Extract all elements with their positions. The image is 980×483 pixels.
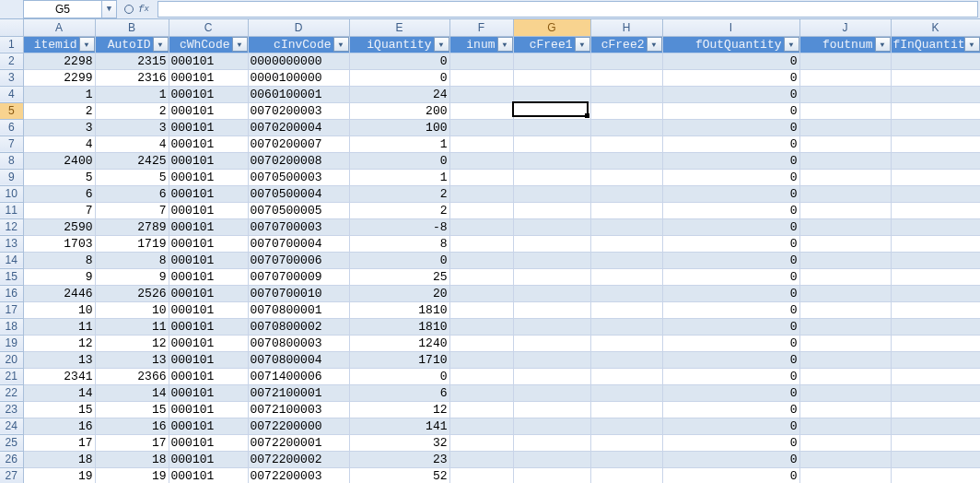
cell[interactable] xyxy=(449,467,513,483)
filter-dropdown-icon[interactable] xyxy=(497,37,513,52)
cell[interactable]: 2315 xyxy=(95,53,169,69)
cell[interactable] xyxy=(891,69,980,86)
cell[interactable]: 25 xyxy=(349,268,449,285)
cell[interactable] xyxy=(891,467,980,483)
row-header[interactable]: 20 xyxy=(0,351,23,368)
cell[interactable]: 24 xyxy=(349,86,449,102)
cell[interactable]: 1810 xyxy=(349,318,449,335)
cell[interactable]: 0 xyxy=(662,268,799,285)
cell[interactable]: 6 xyxy=(23,185,95,202)
formula-bar[interactable] xyxy=(158,1,978,18)
cell[interactable] xyxy=(449,252,513,268)
cell[interactable]: 2366 xyxy=(95,368,169,384)
cell[interactable]: 000101 xyxy=(169,252,248,268)
column-header-H[interactable]: H xyxy=(590,19,662,36)
cell[interactable] xyxy=(891,418,980,434)
cell[interactable]: 000101 xyxy=(169,467,248,483)
cell[interactable]: 000101 xyxy=(169,53,248,69)
cell[interactable] xyxy=(891,368,980,384)
cell[interactable] xyxy=(590,102,662,119)
cell[interactable] xyxy=(449,384,513,401)
cell[interactable]: 000101 xyxy=(169,86,248,102)
row-header[interactable]: 26 xyxy=(0,451,23,467)
cell[interactable] xyxy=(799,218,891,235)
cell[interactable]: 000101 xyxy=(169,418,248,434)
cell[interactable]: 000101 xyxy=(169,335,248,351)
cell[interactable]: 0 xyxy=(662,401,799,418)
cell[interactable] xyxy=(799,102,891,119)
cell[interactable]: 4 xyxy=(95,135,169,152)
cell[interactable]: 0070200007 xyxy=(248,135,349,152)
column-header-E[interactable]: E xyxy=(349,19,449,36)
row-header[interactable]: 22 xyxy=(0,384,23,401)
cell[interactable]: 0 xyxy=(662,384,799,401)
filter-header-cell[interactable]: cFree1 xyxy=(513,36,590,53)
filter-dropdown-icon[interactable] xyxy=(434,37,449,52)
cell[interactable] xyxy=(799,285,891,301)
fx-button[interactable]: fx xyxy=(134,1,154,18)
filter-header-cell[interactable]: cWhCode xyxy=(169,36,248,53)
row-header[interactable]: 8 xyxy=(0,152,23,169)
cell[interactable]: 0070200004 xyxy=(248,119,349,135)
row-header[interactable]: 13 xyxy=(0,235,23,252)
cell[interactable] xyxy=(799,467,891,483)
cell[interactable] xyxy=(449,301,513,318)
cell[interactable] xyxy=(513,218,590,235)
cell[interactable]: 0070700006 xyxy=(248,252,349,268)
row-header[interactable]: 19 xyxy=(0,335,23,351)
grid[interactable]: ABCDEFGHIJK 1itemidAutoIDcWhCodecInvCode… xyxy=(0,19,980,483)
cell[interactable] xyxy=(449,451,513,467)
cell[interactable]: 0 xyxy=(662,169,799,185)
cell[interactable]: 000101 xyxy=(169,351,248,368)
cell[interactable] xyxy=(891,351,980,368)
filter-header-cell[interactable]: cInvCode xyxy=(248,36,349,53)
cell[interactable]: 0070500003 xyxy=(248,169,349,185)
cell[interactable] xyxy=(799,235,891,252)
row-header[interactable]: 11 xyxy=(0,202,23,218)
cell[interactable]: 1810 xyxy=(349,301,449,318)
cell[interactable]: 1 xyxy=(23,86,95,102)
cell[interactable] xyxy=(513,318,590,335)
cell[interactable]: 000101 xyxy=(169,268,248,285)
filter-header-cell[interactable]: fInQuantity xyxy=(891,36,980,53)
cell[interactable]: 2299 xyxy=(23,69,95,86)
cell[interactable]: 1703 xyxy=(23,235,95,252)
cell[interactable]: 0 xyxy=(662,185,799,202)
cell[interactable]: 1710 xyxy=(349,351,449,368)
cell[interactable]: 0 xyxy=(662,335,799,351)
select-all-corner[interactable] xyxy=(0,19,23,36)
cell[interactable]: 0 xyxy=(662,53,799,69)
cell[interactable]: 14 xyxy=(23,384,95,401)
cell[interactable] xyxy=(449,235,513,252)
cell[interactable]: 0 xyxy=(349,53,449,69)
cell[interactable]: 7 xyxy=(95,202,169,218)
filter-header-cell[interactable]: itemid xyxy=(23,36,95,53)
cell[interactable]: 0070700009 xyxy=(248,268,349,285)
column-header-A[interactable]: A xyxy=(23,19,95,36)
cell[interactable]: 0 xyxy=(662,301,799,318)
cell[interactable]: 0070700004 xyxy=(248,235,349,252)
cell[interactable] xyxy=(891,384,980,401)
cell[interactable] xyxy=(449,169,513,185)
cell[interactable] xyxy=(891,169,980,185)
cell[interactable]: 0 xyxy=(662,218,799,235)
cell[interactable]: 0 xyxy=(662,69,799,86)
column-header-J[interactable]: J xyxy=(799,19,891,36)
column-header-B[interactable]: B xyxy=(95,19,169,36)
cell[interactable] xyxy=(891,401,980,418)
cell[interactable]: 19 xyxy=(23,467,95,483)
row-header[interactable]: 6 xyxy=(0,119,23,135)
cell[interactable]: 1 xyxy=(349,135,449,152)
cell[interactable]: 11 xyxy=(95,318,169,335)
filter-dropdown-icon[interactable] xyxy=(964,37,980,52)
cell[interactable] xyxy=(449,119,513,135)
row-header[interactable]: 14 xyxy=(0,252,23,268)
cell[interactable]: 2590 xyxy=(23,218,95,235)
cell[interactable] xyxy=(590,152,662,169)
cell[interactable] xyxy=(891,318,980,335)
cell[interactable] xyxy=(513,69,590,86)
cell[interactable]: 000101 xyxy=(169,169,248,185)
cell[interactable] xyxy=(590,69,662,86)
cell[interactable]: 10 xyxy=(23,301,95,318)
cell[interactable]: 15 xyxy=(23,401,95,418)
